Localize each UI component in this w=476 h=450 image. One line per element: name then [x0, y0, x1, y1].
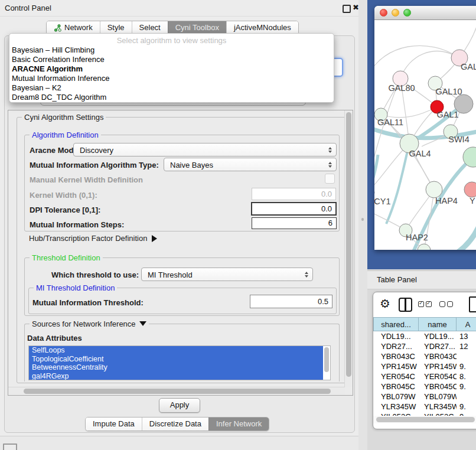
attribute-item-selected[interactable]: BetweennessCentrality	[29, 363, 323, 372]
table-cell: 9.	[457, 381, 476, 392]
algorithm-option[interactable]: Dream8 DC_TDC Algorithm	[9, 93, 334, 102]
table-row[interactable]: YPR145WYPR145W9.	[373, 361, 476, 371]
table-cell: 9.	[457, 361, 476, 371]
zoom-traffic-light-icon[interactable]	[403, 9, 411, 17]
table-horizontal-scrollbar[interactable]	[373, 416, 476, 423]
table-row[interactable]: YDL19...YDL19...13	[373, 331, 476, 341]
tab-cyni-toolbox[interactable]: Cyni Toolbox	[168, 21, 226, 34]
mi-type-label: Mutual Information Algorithm Type:	[30, 161, 159, 169]
table-cell: YDR27...	[419, 341, 457, 351]
table-row[interactable]: YIL052CYIL052C9.	[373, 412, 476, 416]
minimize-traffic-light-icon[interactable]	[392, 9, 399, 17]
tab-label: Select	[139, 21, 161, 34]
mi-steps-field[interactable]: 6	[252, 217, 337, 229]
tab-label: Infer Network	[216, 418, 262, 431]
table-window: ⚙ shared... name A YDL19...YDL19...13YDR…	[373, 292, 476, 429]
algorithm-option[interactable]: Mutual Information Inference	[9, 74, 334, 83]
kernel-width-field: 0.0	[252, 188, 336, 200]
close-traffic-light-icon[interactable]	[380, 9, 387, 17]
tab-jactivemnodules[interactable]: jActiveMNodules	[226, 21, 298, 34]
table-panel-titlebar: Table Panel	[367, 270, 476, 289]
kernel-width-label: Kernel Width (0,1):	[30, 191, 97, 200]
tab-select[interactable]: Select	[132, 21, 168, 34]
settings-horizontal-scrollbar[interactable]	[8, 387, 345, 395]
algorithm-option[interactable]: Basic Correlation Inference	[9, 55, 334, 64]
node-hap4[interactable]	[426, 181, 442, 198]
expand-right-icon	[152, 235, 157, 242]
hub-transcription-section[interactable]: Hub/Transcription Factor Definition	[29, 234, 157, 243]
node-salmon[interactable]	[464, 182, 476, 197]
settings-vertical-scrollbar[interactable]	[344, 110, 353, 387]
stepper-icon	[305, 272, 308, 278]
node-label: SWI4	[448, 135, 469, 144]
table-row[interactable]: YLR345WYLR345W9.	[373, 402, 476, 412]
algorithm-definition-group: Algorithm Definition Aracne Mode: Discov…	[24, 135, 340, 231]
export-table-icon[interactable]	[469, 296, 476, 312]
network-tab-icon	[54, 24, 61, 32]
control-panel: Control Panel ✖ Network Style Select Cyn…	[0, 0, 359, 436]
column-header-shared-name[interactable]: shared...	[373, 317, 419, 331]
node-label: Y	[470, 196, 475, 206]
table-cell: YLR345W	[419, 402, 457, 412]
tab-network[interactable]: Network	[47, 21, 100, 34]
table-toolbar: ⚙	[373, 292, 476, 317]
table-row[interactable]: YER054CYER054C8.	[373, 371, 476, 381]
stepper-icon	[328, 162, 332, 168]
tab-discretize-data[interactable]: Discretize Data	[142, 418, 208, 431]
split-columns-icon[interactable]	[399, 298, 412, 312]
tab-impute-data[interactable]: Impute Data	[86, 418, 142, 431]
mi-threshold-field[interactable]: 0.5	[250, 295, 332, 308]
algorithm-option[interactable]: Bayesian – Hill Climbing	[9, 45, 334, 55]
tab-label: Cyni Toolbox	[175, 21, 219, 34]
threshold-definition-group: Threshold Definition Which threshold to …	[24, 257, 340, 316]
float-window-icon[interactable]	[343, 5, 351, 13]
dpi-tolerance-field[interactable]: 0.0	[251, 202, 337, 216]
panel-splitter[interactable]	[358, 0, 367, 450]
attribute-item-selected[interactable]: gal4RGexp	[29, 372, 323, 380]
combobox-value: Discovery	[80, 145, 113, 154]
tab-infer-network[interactable]: Infer Network	[208, 418, 269, 431]
tab-label: jActiveMNodules	[234, 21, 291, 34]
sources-group: Sources for Network Inference Data Attri…	[24, 324, 340, 381]
mi-threshold-definition-group: MI Threshold Definition Mutual Informati…	[28, 288, 337, 314]
attribute-list-scrollbar[interactable]	[323, 346, 330, 380]
group-title: Threshold Definition	[30, 253, 103, 262]
settings-gear-icon[interactable]: ⚙	[380, 296, 390, 311]
table-header-row: shared... name A	[373, 317, 476, 331]
table-row[interactable]: YBR043CYBR043C	[373, 351, 476, 361]
apply-button[interactable]: Apply	[159, 398, 200, 413]
column-header-name[interactable]: name	[419, 317, 457, 331]
node-label: GAL4	[409, 149, 431, 158]
node-label: GAL10	[435, 87, 462, 96]
table-row[interactable]: YBL079WYBL079W	[373, 392, 476, 402]
select-all-columns-icon[interactable]	[418, 301, 432, 307]
table-cell: YBR045C	[419, 381, 457, 392]
sources-title-label: Sources for Network Inference	[32, 319, 136, 328]
node-bottom[interactable]	[418, 244, 431, 250]
data-attributes-list[interactable]: SelfLoopsTopologicalCoefficientBetweenne…	[28, 345, 331, 380]
mi-steps-label: Mutual Information Steps:	[30, 220, 124, 229]
network-canvas[interactable]: GAL GAL80 GAL10 GAL1 GAL11 SWI4 GAL4 GCY…	[374, 20, 476, 250]
table-cell: YBL079W	[373, 392, 419, 402]
column-header-partial[interactable]: A	[457, 317, 476, 331]
algorithm-option[interactable]: Bayesian – K2	[9, 83, 334, 93]
attribute-item-selected[interactable]: TopologicalCoefficient	[29, 355, 323, 364]
network-window-titlebar[interactable]	[374, 6, 476, 20]
sources-title[interactable]: Sources for Network Inference	[30, 319, 149, 328]
manual-kernel-label: Manual Kernel Width Definition	[30, 175, 143, 184]
collapsed-panel-button[interactable]	[3, 444, 17, 450]
which-threshold-combobox[interactable]: MI Threshold	[141, 268, 313, 281]
table-cell: YDR27...	[373, 341, 419, 351]
splitter-handle-icon[interactable]	[361, 218, 364, 221]
tab-style[interactable]: Style	[100, 21, 132, 34]
algorithm-option[interactable]: ARACNE Algorithm	[9, 64, 334, 74]
table-row[interactable]: YDR27...YDR27...12	[373, 341, 476, 351]
node-label: GAL80	[388, 83, 415, 93]
table-cell: YLR345W	[373, 402, 419, 412]
attribute-item-selected[interactable]: SelfLoops	[29, 346, 323, 355]
deselect-all-columns-icon[interactable]	[439, 301, 453, 307]
table-row[interactable]: YBR045CYBR045C9.	[373, 381, 476, 392]
mi-type-combobox[interactable]: Naive Bayes	[164, 158, 337, 171]
aracne-mode-combobox[interactable]: Discovery	[73, 143, 337, 156]
table-cell: 8.	[457, 371, 476, 381]
